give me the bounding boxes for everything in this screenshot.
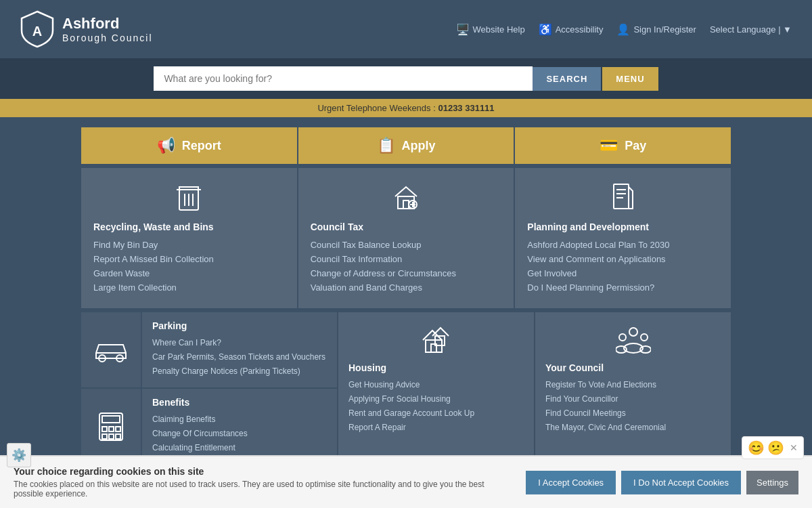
parking-row: Parking Where Can I Park? Car Park Permi…	[81, 311, 338, 387]
house-tax-icon	[390, 180, 422, 213]
bin-icon	[173, 180, 205, 213]
benefits-links: Benefits Claiming Benefits Change Of Cir…	[142, 389, 338, 464]
logo-shield-icon: A	[20, 10, 54, 48]
header-nav: 🖥️ Website Help ♿ Accessibility 👤 Sign I…	[456, 23, 792, 36]
planning-link-3[interactable]: Do I Need Planning Permission?	[527, 282, 654, 293]
parking-link-2[interactable]: Penalty Charge Notices (Parking Tickets)	[152, 366, 300, 376]
svg-rect-21	[102, 416, 120, 423]
svg-rect-22	[102, 427, 107, 431]
svg-point-31	[629, 328, 637, 336]
svg-point-32	[619, 334, 626, 341]
tax-link-0[interactable]: Council Tax Balance Lookup	[311, 240, 422, 250]
megaphone-icon: 📢	[157, 137, 175, 154]
parking-link-1[interactable]: Car Park Permits, Season Tickets and Vou…	[152, 352, 325, 362]
menu-button[interactable]: MENU	[602, 67, 658, 91]
tax-link-3[interactable]: Valuation and Band Charges	[311, 282, 422, 293]
svg-rect-23	[109, 427, 114, 431]
planning-links: Ashford Adopted Local Plan To 2030 View …	[527, 239, 719, 293]
recycling-link-3[interactable]: Large Item Collection	[93, 282, 177, 293]
accept-cookies-button[interactable]: I Accept Cookies	[526, 471, 616, 494]
accessibility-link[interactable]: ♿ Accessibility	[539, 23, 604, 36]
service-cards-row: Recycling, Waste and Bins Find My Bin Da…	[81, 167, 731, 308]
cookie-settings-toggle[interactable]: ⚙️	[7, 443, 31, 467]
logo[interactable]: A Ashford Borough Council	[20, 10, 153, 48]
recycling-card: Recycling, Waste and Bins Find My Bin Da…	[81, 167, 298, 308]
planning-icon	[607, 180, 639, 213]
svg-rect-9	[403, 200, 409, 209]
tax-link-2[interactable]: Change of Address or Circumstances	[311, 268, 456, 278]
benefits-link-2[interactable]: Calculating Entitlement	[152, 443, 235, 452]
recycling-link-2[interactable]: Garden Waste	[93, 268, 150, 278]
council-link-3[interactable]: The Mayor, Civic And Ceremonial	[545, 423, 666, 432]
svg-rect-27	[116, 434, 120, 439]
tax-link-1[interactable]: Council Tax Information	[311, 254, 403, 264]
planning-link-2[interactable]: Get Involved	[527, 268, 577, 278]
svg-rect-13	[614, 184, 629, 209]
calculator-icon	[97, 410, 125, 443]
council-tax-card: Council Tax Council Tax Balance Lookup C…	[298, 167, 516, 308]
website-help-link[interactable]: 🖥️ Website Help	[456, 23, 525, 36]
search-bar: SEARCH MENU	[0, 58, 812, 99]
user-icon: 👤	[616, 23, 630, 36]
cookie-settings-button[interactable]: Settings	[746, 471, 798, 494]
svg-point-33	[641, 334, 648, 341]
svg-rect-25	[102, 434, 107, 439]
housing-link-1[interactable]: Applying For Social Housing	[348, 394, 451, 404]
parking-links: Parking Where Can I Park? Car Park Permi…	[142, 312, 338, 387]
planning-card: Planning and Development Ashford Adopted…	[515, 167, 731, 308]
council-tax-links: Council Tax Balance Lookup Council Tax I…	[311, 239, 502, 293]
svg-rect-24	[116, 427, 120, 431]
monitor-icon: 🖥️	[456, 23, 470, 36]
recycling-link-1[interactable]: Report A Missed Bin Collection	[93, 254, 214, 264]
sign-in-link[interactable]: 👤 Sign In/Register	[616, 23, 696, 36]
search-input[interactable]	[154, 66, 533, 91]
parking-link-0[interactable]: Where Can I Park?	[152, 338, 221, 347]
svg-rect-4	[179, 187, 198, 190]
happy-face-icon[interactable]: 😊	[748, 440, 765, 456]
report-button[interactable]: 📢 Report	[81, 127, 298, 164]
language-select[interactable]: Select Language | ▼	[710, 24, 792, 35]
recycling-link-0[interactable]: Find My Bin Day	[93, 240, 158, 250]
council-link-0[interactable]: Register To Vote And Elections	[545, 380, 656, 389]
sad-face-icon[interactable]: 😕	[767, 440, 784, 456]
svg-rect-26	[109, 434, 114, 439]
recycling-links: Find My Bin Day Report A Missed Bin Coll…	[93, 239, 285, 293]
housing-icon	[419, 322, 454, 355]
urgent-bar: Urgent Telephone Weekends : 01233 331111	[0, 99, 812, 117]
benefits-row: Benefits Claiming Benefits Change Of Cir…	[81, 387, 338, 464]
housing-link-2[interactable]: Rent and Garage Account Look Up	[348, 408, 474, 418]
benefits-link-1[interactable]: Change Of Circumstances	[152, 429, 248, 438]
gear-icon: ⚙️	[12, 448, 26, 463]
feedback-close-icon[interactable]: ✕	[790, 442, 798, 453]
header: A Ashford Borough Council 🖥️ Website Hel…	[0, 0, 812, 58]
svg-text:A: A	[32, 24, 42, 39]
action-buttons: 📢 Report 📋 Apply 💳 Pay	[81, 127, 731, 164]
pay-button[interactable]: 💳 Pay	[515, 127, 731, 164]
payment-icon: 💳	[600, 137, 618, 154]
benefits-icon-col	[81, 389, 142, 464]
cookie-text: Your choice regarding cookies on this si…	[14, 466, 526, 499]
parking-icon-col	[81, 312, 142, 387]
benefits-link-0[interactable]: Claiming Benefits	[152, 415, 215, 424]
council-icon	[616, 322, 651, 355]
decline-cookies-button[interactable]: I Do Not Accept Cookies	[621, 471, 741, 494]
cookie-buttons: I Accept Cookies I Do Not Accept Cookies…	[526, 471, 798, 494]
accessibility-icon: ♿	[539, 23, 552, 36]
urgent-phone-link[interactable]: 01233 331111	[438, 103, 494, 113]
council-link-1[interactable]: Find Your Councillor	[545, 394, 618, 404]
apply-button[interactable]: 📋 Apply	[298, 127, 516, 164]
council-link-2[interactable]: Find Council Meetings	[545, 408, 626, 418]
main-content: 📢 Report 📋 Apply 💳 Pay	[81, 117, 731, 508]
logo-text: Ashford Borough Council	[62, 15, 153, 43]
housing-link-0[interactable]: Get Housing Advice	[348, 380, 420, 389]
svg-rect-8	[398, 196, 414, 209]
housing-link-3[interactable]: Report A Repair	[348, 423, 406, 432]
cookie-banner: Your choice regarding cookies on this si…	[0, 455, 812, 508]
planning-link-0[interactable]: Ashford Adopted Local Plan To 2030	[527, 240, 669, 250]
feedback-widget: 😊 😕 ✕	[742, 436, 804, 459]
car-icon	[92, 337, 130, 364]
planning-link-1[interactable]: View and Comment on Applications	[527, 254, 665, 264]
form-icon: 📋	[377, 137, 395, 154]
search-button[interactable]: SEARCH	[533, 67, 601, 91]
